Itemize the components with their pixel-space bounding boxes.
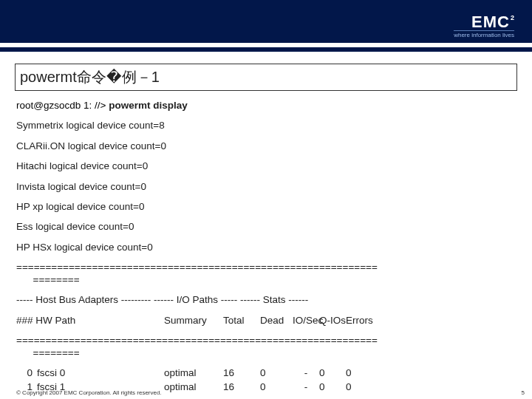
output-line: Hitachi logical device count=0 (16, 160, 516, 173)
cell-qios: 0 (319, 367, 346, 378)
divider-line: ========================================… (16, 262, 516, 287)
logo-superscript: 2 (511, 14, 515, 21)
col-iosec: IO/Sec (293, 315, 319, 327)
cell-dead: 0 (260, 381, 293, 392)
cell-iosec: - (293, 381, 319, 392)
logo-main-text: EMC (471, 13, 510, 31)
page-number: 5 (522, 389, 525, 396)
command: powermt display (109, 100, 188, 111)
rule-long: ========================================… (16, 335, 378, 346)
table-row: 0 fscsi 0 optimal 16 0 - 0 0 (16, 367, 516, 378)
col-summary: Summary (164, 315, 223, 327)
divider-line: ========================================… (16, 335, 516, 360)
cell-total: 16 (223, 381, 260, 392)
cell-total: 16 (223, 367, 260, 378)
output-line: Ess logical device count=0 (16, 221, 516, 233)
cell-errors: 0 (346, 381, 378, 392)
col-qios: Q-IOs (319, 315, 346, 327)
output-line: CLARii.ON logical device count=0 (16, 140, 516, 153)
cell-iosec: - (293, 367, 319, 378)
col-errors: Errors (346, 315, 378, 327)
col-total: Total (223, 315, 260, 327)
col-hwpath: ### HW Path (16, 315, 164, 327)
section-header-line: ----- Host Bus Adapters --------- ------… (16, 294, 516, 307)
cell-summary: optimal (164, 381, 223, 392)
cell-summary: optimal (164, 367, 223, 378)
slide-title: powermt命令�例－1 (15, 64, 517, 91)
cell-path: fscsi 0 (37, 367, 164, 378)
output-line: HP HSx logical device count=0 (16, 242, 516, 254)
output-line: HP xp logical device count=0 (16, 201, 516, 214)
rule-long: ========================================… (16, 262, 378, 273)
command-line: root@gzsocdb 1: //> powermt display (16, 100, 516, 112)
output-line: Invista logical device count=0 (16, 181, 516, 194)
rule-short: ======== (33, 347, 80, 358)
header-bar: EMC2 where information lives (0, 0, 532, 43)
emc-logo: EMC2 where information lives (454, 13, 514, 38)
terminal-output: root@gzsocdb 1: //> powermt display Symm… (0, 100, 532, 392)
output-line: Symmetrix logical device count=8 (16, 120, 516, 132)
logo-text: EMC2 (454, 13, 514, 32)
prompt: root@gzsocdb 1: //> (16, 100, 109, 111)
cell-qios: 0 (319, 381, 346, 392)
copyright-footer: © Copyright 2007 EMC Corporation. All ri… (16, 389, 162, 396)
col-dead: Dead (260, 315, 293, 327)
cell-dead: 0 (260, 367, 293, 378)
header-accent (0, 47, 532, 52)
cell-idx: 0 (16, 367, 37, 378)
column-header-row: ### HW Path Summary Total Dead IO/Sec Q-… (16, 315, 516, 327)
cell-errors: 0 (346, 367, 378, 378)
rule-short: ======== (33, 274, 80, 285)
